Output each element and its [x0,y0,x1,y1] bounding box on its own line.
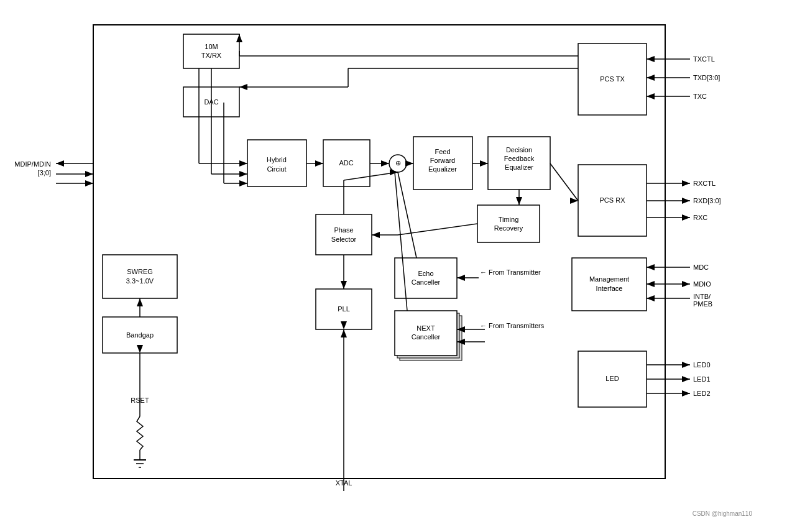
label-txd: TXD[3:0] [693,74,720,81]
arrow-pll-xtal-up [341,321,347,329]
arrow-pll-in [341,281,347,289]
label-echo2: Canceller [412,278,441,286]
label-pcs-rx: PCS RX [600,196,626,204]
label-txctl: TXCTL [693,55,715,63]
label-adc: ADC [339,159,353,167]
watermark: CSDN @highman110 [693,510,753,517]
label-phase2: Selector [331,236,357,243]
label-rxctl: RXCTL [693,180,716,187]
label-led1: LED1 [693,375,711,383]
arrow-led1 [682,376,690,382]
wire-next-sum [395,172,407,311]
arrow-mdio-in [682,281,690,287]
arrow-ffe-in [405,160,413,167]
label-pmeb: PMEB [693,300,712,308]
label-swreg2: 3.3~1.0V [126,277,154,285]
label-from-transmitters: ← From Transmitters [480,322,545,329]
arrow-xtal [341,329,347,337]
arrow-rxd [682,198,690,204]
label-ffe2: Forward [430,157,455,164]
label-rxd: RXD[3:0] [693,197,721,204]
arrow-phase-in [372,232,380,238]
arrow-led0 [682,362,690,368]
label-mgmt2: Interface [596,285,623,292]
arrow-txc [647,93,655,99]
label-txrx2: TX/RX [201,52,222,59]
arrow-mdip-in2 [85,171,93,177]
label-next1: NEXT [417,324,435,332]
label-pll: PLL [338,305,350,313]
label-hybrid2: Circiut [267,165,286,173]
arrow-intb [647,295,655,301]
arrow-mdip-in [85,180,93,186]
sum-symbol: ⊕ [395,159,401,167]
label-led2: LED2 [693,390,711,397]
label-echo1: Echo [418,270,433,277]
label-next2: Canceller [412,333,441,341]
arrow-led2 [682,390,690,397]
label-ffe1: Feed [435,148,450,155]
label-from-transmitter: ← From Transmitter [480,268,541,276]
label-mgmt1: Management [589,275,629,283]
label-ffe3: Equalizer [428,165,457,173]
wire-dfe-pcs-rx [550,163,578,201]
arrow-bandgap-up [137,345,143,353]
label-timing2: Recovery [494,224,523,232]
arrow-dfe-in [480,160,488,167]
label-dfe1: Decision [506,146,532,154]
arrow-rxctl [682,180,690,186]
label-txc: TXC [693,93,707,100]
arrow-mdip-out [56,160,64,167]
arrow-sum-phase [390,169,398,175]
arrow-swreg [137,298,143,306]
label-txrx: 10M [205,43,218,50]
svg-line-7 [344,172,398,180]
block-phase [316,214,372,255]
arrow-sum-in [381,160,389,167]
label-mdio: MDIO [693,280,711,288]
arrow-txctl [647,56,655,62]
arrow-mdc [647,264,655,270]
label-mdip: MDIP/MDIN [14,160,51,168]
label-rset: RSET [131,397,149,404]
arrow-rxc [682,214,690,221]
rset-resistor [137,416,143,450]
label-phase1: Phase [334,226,353,234]
arrow-adc-in [315,160,323,167]
arrow-timing-in [516,197,522,205]
arrow-mdio-out [647,281,655,287]
label-led0: LED0 [693,361,711,369]
arrow-dac-in [239,84,247,90]
label-dfe2: Feedback [504,155,535,162]
label-hybrid1: Hybrid [267,156,287,163]
label-dfe3: Equalizer [505,163,533,171]
label-led: LED [605,375,619,382]
diagram-container: 10M TX/RX DAC Hybrid Circiut ADC ⊕ Feed … [6,6,781,522]
label-bandgap: Bandgap [126,331,154,339]
label-intb: INTB/ [693,293,711,300]
label-pcs-tx: PCS TX [600,75,625,83]
label-swreg1: SWREG [127,268,153,275]
arrow-echo-in [457,275,465,281]
label-mdip2: [3;0] [38,169,51,177]
label-rxc: RXC [693,214,707,221]
label-mdc: MDC [693,264,709,271]
arrow-txd [647,75,655,81]
outer-box [93,25,665,479]
label-timing1: Timing [499,216,519,223]
